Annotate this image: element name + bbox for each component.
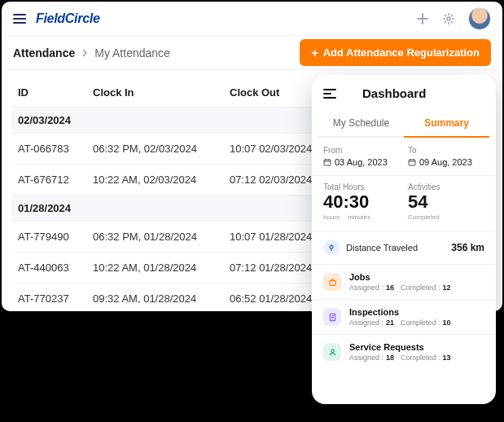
svg-point-3 bbox=[330, 245, 333, 248]
plus-icon[interactable] bbox=[416, 12, 429, 25]
plus-icon: + bbox=[311, 47, 318, 59]
item-icon bbox=[323, 308, 341, 326]
add-button-label: Add Attendance Regularization bbox=[323, 46, 480, 59]
subheader: Attendance My Attendance + Add Attendanc… bbox=[2, 36, 502, 70]
item-icon bbox=[323, 343, 341, 361]
from-date[interactable]: From 03 Aug, 2023 bbox=[323, 146, 400, 167]
tab-schedule[interactable]: My Schedule bbox=[318, 110, 404, 138]
tab-summary[interactable]: Summary bbox=[404, 110, 489, 138]
calendar-icon bbox=[408, 158, 416, 166]
topbar: FieldCircle bbox=[2, 2, 502, 36]
svg-point-0 bbox=[447, 17, 450, 20]
calendar-icon bbox=[323, 158, 331, 166]
col-header-clockin: Clock In bbox=[86, 78, 223, 108]
breadcrumb-current: My Attendance bbox=[94, 46, 170, 59]
svg-rect-1 bbox=[324, 160, 331, 165]
breadcrumb: Attendance My Attendance bbox=[13, 46, 170, 59]
avatar[interactable] bbox=[468, 7, 491, 30]
activities: Activities 54 Completed bbox=[408, 182, 484, 221]
location-icon bbox=[323, 240, 340, 256]
col-header-id: ID bbox=[11, 78, 86, 108]
summary-item[interactable]: Service RequestsAssigned :18Completed :1… bbox=[312, 335, 496, 369]
chevron-right-icon bbox=[81, 46, 88, 59]
breadcrumb-root[interactable]: Attendance bbox=[13, 46, 75, 59]
gear-icon[interactable] bbox=[442, 12, 455, 25]
dashboard-title: Dashboard bbox=[362, 86, 426, 100]
summary-item[interactable]: InspectionsAssigned :21Completed :10 bbox=[312, 300, 496, 335]
menu-icon[interactable] bbox=[13, 14, 26, 24]
logo: FieldCircle bbox=[36, 11, 100, 26]
svg-point-6 bbox=[331, 349, 334, 352]
svg-rect-2 bbox=[409, 160, 415, 165]
dashboard-panel: Dashboard My Schedule Summary From 03 Au… bbox=[312, 75, 496, 404]
menu-icon[interactable] bbox=[323, 89, 336, 99]
add-regularization-button[interactable]: + Add Attendance Regularization bbox=[300, 39, 491, 66]
dashboard-tabs: My Schedule Summary bbox=[312, 110, 496, 138]
svg-rect-4 bbox=[329, 280, 335, 285]
summary-item[interactable]: JobsAssigned :16Completed :12 bbox=[312, 265, 496, 300]
total-hours: Total Hours 40:30 hoursminutes bbox=[323, 182, 400, 221]
item-icon bbox=[323, 273, 341, 291]
to-date[interactable]: To 09 Aug, 2023 bbox=[408, 146, 484, 167]
distance-row: Distance Traveled 356 km bbox=[312, 231, 496, 265]
